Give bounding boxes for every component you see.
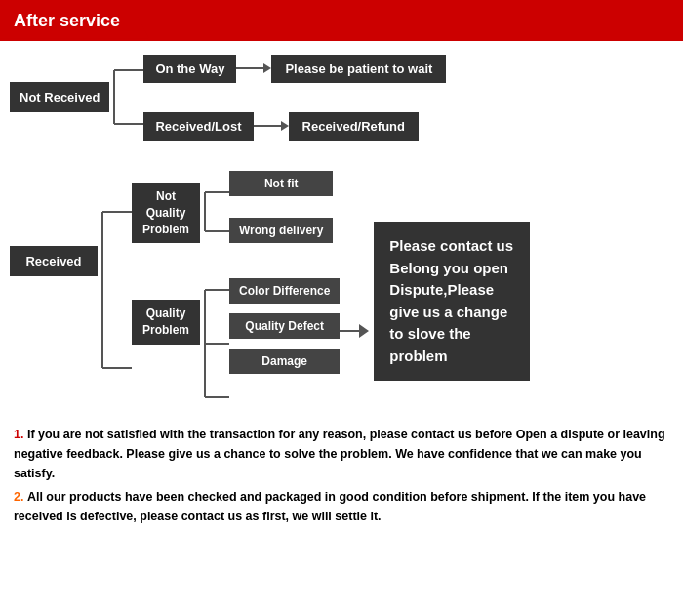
header: After service — [0, 0, 683, 41]
not-fit-node: Not fit — [229, 171, 333, 196]
contact-arrow-group — [340, 324, 369, 338]
arrow-line2 — [254, 125, 281, 127]
on-the-way-node: On the Way — [143, 55, 236, 83]
damage-node: Damage — [229, 349, 340, 374]
main-content: Not Received On the Way — [0, 41, 683, 538]
note1-paragraph: 1. If you are not satisfied with the tra… — [14, 425, 669, 483]
not-quality-node: NotQualityProblem — [132, 183, 200, 243]
not-quality-group: NotQualityProblem Not fit Wrong delivery — [132, 163, 369, 251]
received-lost-node: Received/Lost — [143, 112, 253, 141]
quality-node: QualityProblem — [132, 300, 200, 345]
on-the-way-row: On the Way Please be patient to wait — [143, 55, 446, 83]
note2-num: 2. — [14, 490, 23, 504]
quality-items: Color Difference Quality Defect Damage — [229, 278, 340, 374]
received-groups: NotQualityProblem Not fit Wrong delivery — [132, 163, 369, 417]
quality-branch-svg — [200, 270, 229, 417]
arrow-line — [236, 67, 263, 69]
not-received-node: Not Received — [10, 82, 109, 112]
wrong-delivery-node: Wrong delivery — [229, 218, 333, 243]
received-branch-svg — [98, 163, 132, 417]
note1-text: If you are not satisfied with the transa… — [14, 428, 665, 480]
color-difference-node: Color Difference — [229, 278, 340, 304]
note2-paragraph: 2. All our products have been checked an… — [14, 487, 669, 526]
contact-box: Please contact usBelong you openDispute,… — [374, 222, 530, 381]
not-received-section: Not Received On the Way — [10, 51, 673, 144]
contact-arrow-line — [340, 330, 359, 332]
header-title: After service — [14, 11, 120, 31]
quality-defect-node: Quality Defect — [229, 313, 340, 339]
arrow2 — [254, 121, 289, 131]
arrow-head2 — [281, 121, 289, 131]
not-quality-branch-svg — [200, 163, 229, 251]
please-wait-node: Please be patient to wait — [271, 55, 446, 83]
note2-text: All our products have been checked and p… — [14, 490, 646, 523]
note1-num: 1. — [14, 428, 23, 441]
contact-arrow-head — [359, 324, 369, 338]
contact-text: Please contact usBelong you openDispute,… — [389, 237, 513, 364]
received-lost-row: Received/Lost Received/Refund — [143, 112, 446, 141]
nr-rows: On the Way Please be patient to wait Rec… — [143, 55, 446, 141]
nr-branch-svg — [109, 51, 143, 144]
quality-group: QualityProblem Color Difference Quality … — [132, 270, 369, 417]
received-refund-node: Received/Refund — [289, 112, 419, 141]
arrow-head — [263, 63, 271, 73]
not-quality-items: Not fit Wrong delivery — [229, 171, 333, 243]
spacer — [229, 206, 333, 208]
received-section: Received NotQualityProblem — [10, 163, 673, 417]
diagram: Not Received On the Way — [10, 51, 673, 417]
header-tab: After service — [0, 3, 149, 39]
received-node: Received — [10, 246, 98, 276]
arrow1 — [236, 63, 271, 73]
notes-section: 1. If you are not satisfied with the tra… — [10, 425, 673, 526]
